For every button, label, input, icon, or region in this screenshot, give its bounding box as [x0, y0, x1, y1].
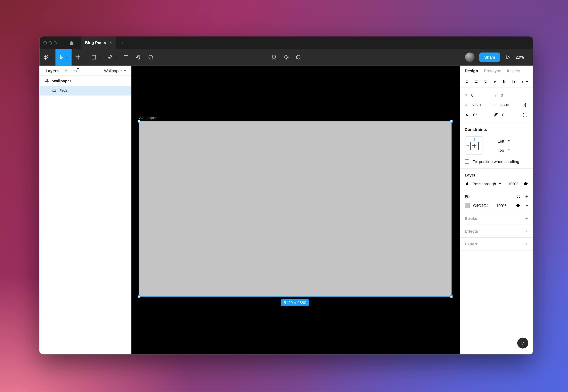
- width-field[interactable]: W 5120: [465, 103, 493, 107]
- constrain-proportions-toggle[interactable]: [523, 102, 528, 108]
- fix-position-checkbox[interactable]: [465, 159, 469, 164]
- frame-name-label[interactable]: Wallpaper: [139, 116, 157, 120]
- layer-row-wallpaper[interactable]: Wallpaper: [39, 76, 131, 86]
- constraints-widget[interactable]: [465, 136, 483, 154]
- tab-layers[interactable]: Layers: [46, 69, 59, 73]
- align-right-icon[interactable]: [483, 80, 488, 84]
- shape-tool-button[interactable]: [88, 49, 104, 66]
- fill-styles-icon[interactable]: [516, 195, 520, 198]
- vertical-constraint-dropdown[interactable]: Top: [490, 148, 510, 152]
- layer-title: Layer: [465, 173, 475, 177]
- clip-content-button[interactable]: [523, 112, 528, 118]
- chevron-down-icon: [98, 56, 101, 58]
- tab-blog-posts[interactable]: Blog Posts ×: [81, 37, 116, 49]
- tab-design[interactable]: Design: [465, 69, 478, 73]
- resize-handle-top-left[interactable]: [138, 120, 140, 123]
- home-button[interactable]: [66, 37, 77, 49]
- zoom-level-control[interactable]: 20%: [515, 55, 528, 59]
- frame-tool-button[interactable]: [72, 49, 88, 66]
- position-row: X 0 Y 0: [460, 90, 533, 100]
- chevron-down-icon: [82, 56, 84, 58]
- zoom-level-value: 20%: [515, 55, 524, 59]
- alignment-toolbar: [460, 76, 533, 87]
- canvas[interactable]: Wallpaper 5120 × 2880: [131, 66, 460, 354]
- x-value: 0: [471, 93, 474, 97]
- resize-handle-bottom-right[interactable]: [450, 295, 453, 298]
- help-button[interactable]: ?: [517, 338, 528, 349]
- align-bottom-icon[interactable]: [511, 80, 516, 84]
- distribute-menu[interactable]: [521, 80, 528, 84]
- add-fill-button[interactable]: +: [525, 194, 528, 199]
- home-icon: [69, 40, 75, 46]
- main-menu-button[interactable]: [39, 49, 56, 66]
- add-effect-button[interactable]: +: [525, 228, 528, 234]
- align-left-icon[interactable]: [465, 80, 469, 84]
- align-top-icon[interactable]: [493, 80, 497, 84]
- right-panel: Design Prototype Inspect: [460, 66, 533, 354]
- frame-tool-icon: [75, 54, 81, 60]
- height-field[interactable]: H 2880: [493, 103, 523, 107]
- layer-name: Style: [60, 88, 69, 93]
- layer-header: Layer: [460, 169, 533, 181]
- pen-tool-button[interactable]: [104, 49, 120, 66]
- chevron-down-icon: [526, 56, 528, 58]
- fill-opacity-value[interactable]: 100%: [496, 203, 507, 208]
- stroke-title: Stroke: [465, 216, 477, 221]
- comment-tool-button[interactable]: [145, 49, 157, 66]
- fill-color-swatch[interactable]: [465, 203, 470, 208]
- constraint-top-tick[interactable]: [474, 138, 475, 141]
- resize-handle-bottom-left[interactable]: [138, 295, 140, 298]
- add-export-button[interactable]: +: [525, 241, 528, 247]
- blend-mode-dropdown[interactable]: Pass through: [465, 181, 501, 186]
- selected-frame[interactable]: [139, 121, 451, 297]
- text-tool-button[interactable]: [120, 49, 132, 66]
- user-avatar[interactable]: [465, 53, 475, 62]
- align-vertical-center-icon[interactable]: [502, 80, 506, 84]
- share-button[interactable]: Share: [479, 53, 500, 62]
- present-play-icon[interactable]: [505, 54, 511, 60]
- y-value: 0: [501, 93, 503, 97]
- create-component-icon[interactable]: [283, 54, 289, 60]
- maximize-window-button[interactable]: [54, 41, 57, 44]
- remove-fill-button[interactable]: −: [525, 203, 528, 208]
- chevron-down-icon: [114, 56, 117, 58]
- fix-position-row: Fix position when scrolling: [460, 159, 533, 168]
- fill-visibility-eye-icon[interactable]: [516, 203, 521, 208]
- effects-header: Effects +: [460, 225, 533, 237]
- hand-tool-button[interactable]: [132, 49, 145, 66]
- selection-size-badge: 5120 × 2880: [281, 299, 309, 306]
- layer-row-style[interactable]: Style: [39, 86, 131, 96]
- x-field[interactable]: X 0: [465, 93, 494, 97]
- edit-object-icon[interactable]: [271, 54, 277, 60]
- constraints-header: Constraints: [460, 123, 533, 136]
- tab-prototype[interactable]: Prototype: [484, 69, 501, 73]
- rotation-value: 0°: [473, 112, 477, 117]
- layer-visibility-eye-icon[interactable]: [523, 181, 528, 186]
- constraint-left-tick[interactable]: [466, 145, 469, 146]
- new-tab-button[interactable]: +: [121, 40, 124, 46]
- fill-hex-value[interactable]: C4C4C4: [473, 203, 489, 208]
- close-window-button[interactable]: [44, 41, 47, 44]
- main-area: Layers Assets Wallpaper Wallpaper: [39, 66, 533, 354]
- tab-close-icon[interactable]: ×: [109, 41, 112, 45]
- chevron-down-icon: [124, 69, 126, 72]
- page-selector[interactable]: Wallpaper: [104, 69, 126, 73]
- blend-mode-droplet-icon: [465, 181, 470, 186]
- rotation-field[interactable]: 0°: [465, 112, 493, 117]
- corner-radius-field[interactable]: 0: [493, 112, 523, 117]
- move-tool-button[interactable]: [56, 49, 72, 66]
- size-row: W 5120 H 2880: [460, 100, 533, 110]
- width-value: 5120: [472, 103, 481, 107]
- minimize-window-button[interactable]: [48, 41, 52, 44]
- constraints-title: Constraints: [465, 127, 487, 132]
- tab-inspect[interactable]: Inspect: [507, 69, 520, 73]
- add-stroke-button[interactable]: +: [525, 216, 528, 221]
- properties-section: X 0 Y 0 W 5120 H: [460, 87, 533, 123]
- align-horizontal-center-icon[interactable]: [474, 80, 478, 84]
- resize-handle-top-right[interactable]: [450, 120, 453, 123]
- use-as-mask-icon[interactable]: [295, 54, 301, 60]
- horizontal-constraint-dropdown[interactable]: Left: [490, 139, 510, 143]
- layer-opacity-value[interactable]: 100%: [508, 182, 518, 186]
- y-field[interactable]: Y 0: [494, 93, 524, 97]
- tab-assets[interactable]: Assets: [65, 69, 77, 73]
